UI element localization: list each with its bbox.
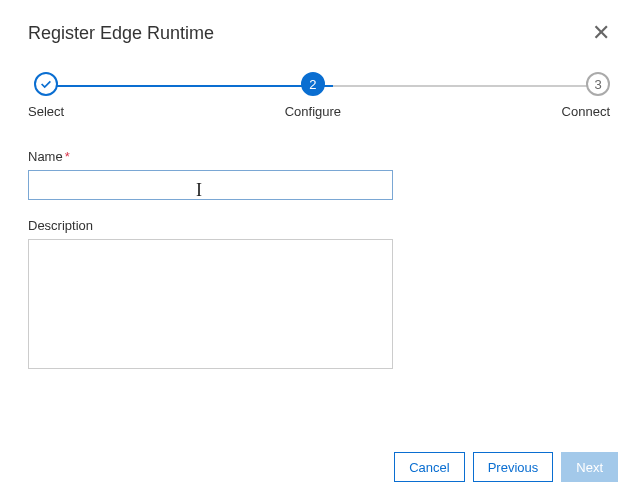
- dialog-header: Register Edge Runtime ✕: [28, 22, 610, 44]
- name-label: Name*: [28, 149, 610, 164]
- required-asterisk: *: [65, 149, 70, 164]
- wizard-stepper: Select 2 Configure 3 Connect: [28, 72, 610, 119]
- description-field-group: Description: [28, 218, 610, 373]
- name-field-group: Name*: [28, 149, 610, 200]
- checkmark-icon: [39, 77, 53, 91]
- step-configure-indicator[interactable]: 2: [301, 72, 325, 96]
- step-connect-indicator[interactable]: 3: [586, 72, 610, 96]
- step-connect-label: Connect: [562, 104, 610, 119]
- close-icon[interactable]: ✕: [592, 22, 610, 44]
- step-connect-number: 3: [594, 77, 601, 92]
- description-label: Description: [28, 218, 610, 233]
- name-input[interactable]: [28, 170, 393, 200]
- name-label-text: Name: [28, 149, 63, 164]
- step-configure: 2 Configure: [285, 72, 341, 119]
- step-select: Select: [28, 72, 64, 119]
- dialog-title: Register Edge Runtime: [28, 23, 214, 44]
- previous-button[interactable]: Previous: [473, 452, 554, 482]
- step-select-label: Select: [28, 104, 64, 119]
- description-input[interactable]: [28, 239, 393, 369]
- step-configure-label: Configure: [285, 104, 341, 119]
- cancel-button[interactable]: Cancel: [394, 452, 464, 482]
- next-button[interactable]: Next: [561, 452, 618, 482]
- step-select-indicator[interactable]: [34, 72, 58, 96]
- register-edge-runtime-dialog: Register Edge Runtime ✕ Select 2 Configu…: [0, 0, 638, 373]
- step-connect: 3 Connect: [562, 72, 610, 119]
- step-configure-number: 2: [309, 77, 316, 92]
- dialog-footer: Cancel Previous Next: [394, 452, 618, 482]
